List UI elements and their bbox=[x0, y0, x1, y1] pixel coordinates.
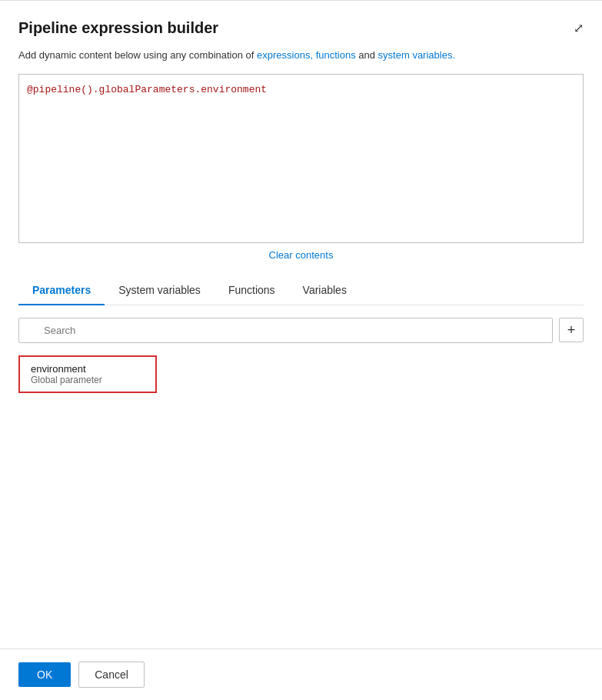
tab-functions[interactable]: Functions bbox=[215, 276, 289, 305]
parameter-item-environment[interactable]: environment Global parameter bbox=[18, 355, 157, 393]
functions-link[interactable]: functions bbox=[316, 49, 356, 61]
tab-system-variables[interactable]: System variables bbox=[105, 276, 215, 305]
description: Add dynamic content below using any comb… bbox=[18, 48, 584, 63]
dialog-title: Pipeline expression builder bbox=[18, 19, 218, 37]
add-button[interactable]: + bbox=[559, 318, 584, 342]
expressions-link[interactable]: expressions, bbox=[257, 49, 313, 61]
tabs-container: Parameters System variables Functions Va… bbox=[18, 276, 584, 305]
system-variables-link[interactable]: system variables. bbox=[378, 49, 455, 61]
parameter-type: Global parameter bbox=[31, 375, 145, 385]
cancel-button[interactable]: Cancel bbox=[78, 662, 145, 688]
tab-variables[interactable]: Variables bbox=[289, 276, 361, 305]
search-input[interactable] bbox=[18, 318, 553, 343]
expression-editor[interactable]: @pipeline().globalParameters.environment bbox=[18, 74, 584, 243]
parameter-name: environment bbox=[31, 363, 145, 375]
clear-contents-button[interactable]: Clear contents bbox=[18, 249, 584, 261]
expand-icon[interactable]: ⤢ bbox=[574, 21, 584, 35]
parameters-list: environment Global parameter bbox=[18, 355, 584, 393]
tab-parameters[interactable]: Parameters bbox=[18, 276, 105, 305]
ok-button[interactable]: OK bbox=[18, 662, 71, 687]
footer: OK Cancel bbox=[0, 648, 602, 700]
